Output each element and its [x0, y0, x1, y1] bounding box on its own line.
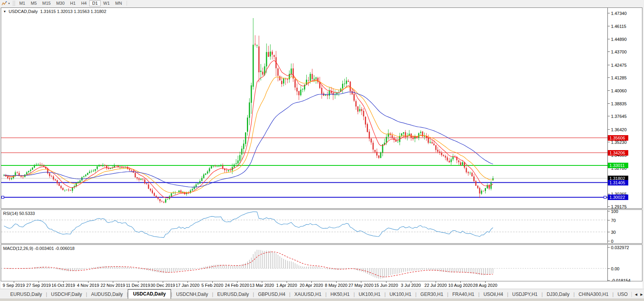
rsi-tick: 100	[608, 209, 618, 214]
tab-ger30-h1[interactable]: GER30,H1	[416, 290, 447, 299]
timeframe-button-d1[interactable]: D1	[89, 0, 100, 6]
date-label: 15 Jun 2020	[374, 283, 398, 288]
price-tick: 1.46115	[608, 24, 626, 29]
tab-audusd-daily[interactable]: AUDUSD,Daily	[87, 290, 127, 299]
price-tick: 1.40060	[608, 88, 627, 93]
macd-panel: MACD(12,26,9) -0.003401 -0.006018 0.0329…	[1, 244, 642, 281]
date-label: 20 Apr 2020	[300, 283, 323, 288]
price-tick: 1.43700	[608, 50, 627, 54]
date-label: 4 Nov 2019	[77, 283, 99, 288]
ohlc-values: 1.31615 1.32013 1.31563 1.31802	[40, 9, 106, 14]
price-tick: 1.44890	[608, 37, 627, 42]
tab-hk50-h1[interactable]: HK50,H1	[327, 290, 354, 299]
price-tick: 1.41285	[608, 75, 627, 80]
toolbar-drag-handle[interactable]	[13, 1, 15, 6]
date-axis[interactable]: 9 Sep 201927 Sep 201916 Oct 20194 Nov 20…	[1, 281, 642, 288]
objects-tool-icon[interactable]	[1, 0, 8, 6]
date-label: 16 Oct 2019	[52, 283, 75, 288]
mt4-window: ▼ M1M5M15M30H1H4D1W1MN ▼ USDCAD,Daily 1.…	[0, 0, 644, 301]
chart-window: ▼ USDCAD,Daily 1.31615 1.32013 1.31563 1…	[0, 7, 644, 288]
tab-china300-h1[interactable]: CHINA300,H1	[575, 290, 613, 299]
price-tick: 1.47340	[608, 11, 627, 16]
price-level-badge: 1.31405	[608, 180, 628, 185]
date-label: 8 May 2020	[325, 283, 347, 288]
price-tick: 1.42475	[608, 63, 627, 68]
tab-uk100-h1[interactable]: UK100,H1	[355, 290, 384, 299]
tab-usdchf-daily[interactable]: USDCHF,Daily	[47, 290, 86, 299]
timeframe-buttons: M1M5M15M30H1H4D1W1MN	[17, 0, 125, 6]
price-tick: 1.37645	[608, 114, 627, 119]
tool-dropdown-caret-icon[interactable]: ▼	[8, 2, 10, 5]
timeframe-button-h4[interactable]: H4	[78, 0, 89, 6]
ma-8-line	[4, 61, 493, 198]
price-tick: 1.38835	[608, 101, 627, 106]
symbol-period-label: USDCAD,Daily	[9, 9, 38, 14]
macd-axis-divider	[607, 245, 608, 281]
date-label: 27 Sep 2019	[26, 283, 51, 288]
ma-17-line	[4, 77, 493, 193]
date-label: 17 Jan 2020	[176, 283, 200, 288]
macd-signal-line	[4, 252, 493, 277]
rsi-title: RSI(14) 50.5333	[3, 211, 35, 216]
rsi-tick: 0	[608, 239, 613, 244]
date-label: 13 Mar 2020	[250, 283, 274, 288]
candlestick-plot[interactable]	[1, 8, 607, 208]
toolbar: ▼ M1M5M15M30H1H4D1W1MN	[0, 0, 644, 7]
tab-scroll-arrows: ◀ ▶	[627, 292, 643, 297]
tab-eurusd-daily[interactable]: EURUSD,Daily	[6, 290, 46, 299]
rsi-panel: RSI(14) 50.5333 10070300	[1, 209, 642, 244]
status-strip	[0, 299, 644, 301]
timeframe-button-w1[interactable]: W1	[101, 0, 113, 6]
tab-gbpusd-h4[interactable]: GBPUSD,H4	[254, 290, 289, 299]
price-panel: ▼ USDCAD,Daily 1.31615 1.32013 1.31563 1…	[1, 7, 642, 209]
tab-dj30-daily[interactable]: DJ30,Daily	[543, 290, 573, 299]
chart-title: ▼ USDCAD,Daily 1.31615 1.32013 1.31563 1…	[3, 9, 106, 14]
timeframe-button-m15[interactable]: M15	[40, 0, 53, 6]
macd-title: MACD(12,26,9) -0.003401 -0.006018	[3, 246, 75, 251]
toolbar-separator	[127, 1, 127, 6]
price-level-badge: 1.30022	[608, 195, 628, 200]
tab-usdcad-daily[interactable]: USDCAD,Daily	[128, 289, 171, 299]
title-marker-icon: ▼	[3, 10, 6, 13]
tab-uk100-h1[interactable]: UK100,H1	[386, 290, 415, 299]
date-label: 10 Aug 2020	[448, 283, 473, 288]
tab-eurusd-daily[interactable]: EURUSD,Daily	[213, 290, 253, 299]
line-handle[interactable]	[604, 196, 606, 198]
tab-scroll-right-icon[interactable]: ▶	[640, 293, 643, 296]
date-label: 3 Jul 2020	[401, 283, 421, 288]
line-handle[interactable]	[2, 196, 4, 198]
macd-plot[interactable]	[1, 245, 607, 281]
rsi-tick: 30	[608, 230, 616, 235]
price-tick: 1.29175	[608, 204, 627, 209]
timeframe-button-m1[interactable]: M1	[17, 0, 28, 6]
price-level-badge: 1.35606	[608, 135, 628, 141]
date-label: 1 Apr 2020	[276, 283, 297, 288]
date-label: 5 Feb 2020	[201, 283, 223, 288]
timeframe-button-m30[interactable]: M30	[53, 0, 67, 6]
tab-scroll-left-icon[interactable]: ◀	[635, 293, 637, 296]
tab-usdjpy-h1[interactable]: USDJPY,H1	[508, 290, 541, 299]
date-label: 11 Dec 2019	[126, 283, 150, 288]
timeframe-button-m5[interactable]: M5	[28, 0, 39, 6]
chart-tabs: EURUSD,Daily|USDCHF,Daily|AUDUSD,Daily|U…	[0, 289, 644, 299]
rsi-tick: 70	[608, 218, 616, 223]
tab-fra40-h1[interactable]: FRA40,H1	[448, 290, 478, 299]
price-level-badge: 1.34206	[608, 150, 628, 156]
date-label: 9 Sep 2019	[3, 283, 25, 288]
rsi-axis-divider	[607, 210, 608, 243]
date-label: 27 May 2020	[348, 283, 374, 288]
rsi-line	[4, 212, 493, 238]
date-label: 30 Dec 2019	[151, 283, 175, 288]
timeframe-button-h1[interactable]: H1	[67, 0, 78, 6]
date-label: 28 Aug 2020	[473, 283, 497, 288]
tab-usoil-h4[interactable]: USOil,H4	[480, 290, 507, 299]
tab-usdcnh-daily[interactable]: USDCNH,Daily	[172, 290, 212, 299]
macd-tick: 0.00	[608, 266, 619, 271]
date-label: 22 Jul 2020	[425, 283, 447, 288]
price-level-badge: 1.33011	[608, 163, 628, 168]
tab-xauusd-h1[interactable]: XAUUSD,H1	[291, 290, 326, 299]
date-label: 22 Nov 2019	[101, 283, 125, 288]
macd-tick: 0.032972	[608, 245, 629, 250]
timeframe-button-mn[interactable]: MN	[112, 0, 125, 6]
rsi-plot[interactable]	[1, 210, 607, 243]
